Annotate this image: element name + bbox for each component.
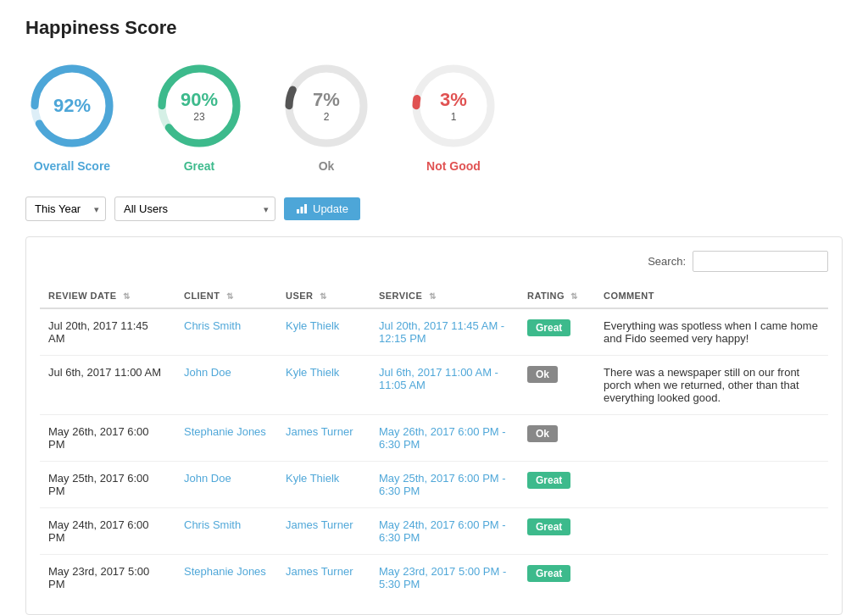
col-header-date[interactable]: REVIEW DATE ⇅ xyxy=(40,284,175,308)
sort-icon: ⇅ xyxy=(123,291,130,301)
rating-badge: Great xyxy=(527,565,570,582)
cell-comment xyxy=(595,508,828,555)
cell-service[interactable]: Jul 20th, 2017 11:45 AM - 12:15 PM xyxy=(370,308,519,356)
score-card-great: 90% 23 Great xyxy=(153,59,246,173)
chart-icon xyxy=(296,203,308,215)
time-filter[interactable]: This Year xyxy=(25,197,106,221)
service-link[interactable]: May 26th, 2017 6:00 PM - 6:30 PM xyxy=(379,425,506,451)
user-link[interactable]: James Turner xyxy=(286,425,353,438)
cell-rating: Great xyxy=(519,555,595,601)
cell-client[interactable]: Chris Smith xyxy=(175,508,277,555)
time-filter-wrap: This Year xyxy=(25,197,106,221)
service-link[interactable]: May 23rd, 2017 5:00 PM - 5:30 PM xyxy=(379,565,506,590)
cell-user[interactable]: Kyle Thielk xyxy=(277,462,370,508)
cell-comment xyxy=(595,462,828,508)
score-card-notgood: 3% 1 Not Good xyxy=(407,59,500,173)
cell-comment: There was a newspaper still on our front… xyxy=(595,356,828,415)
cell-comment xyxy=(595,555,828,601)
donut-pct-great: 90% xyxy=(181,89,218,111)
col-header-rating[interactable]: RATING ⇅ xyxy=(519,284,595,308)
rating-badge: Ok xyxy=(527,366,558,383)
table-row: Jul 6th, 2017 11:00 AM John Doe Kyle Thi… xyxy=(40,356,828,415)
user-filter-wrap: All Users xyxy=(114,197,275,221)
donut-count-great: 23 xyxy=(181,111,218,123)
sort-icon: ⇅ xyxy=(226,291,233,301)
cell-client[interactable]: Stephanie Jones xyxy=(175,415,277,462)
update-button[interactable]: Update xyxy=(284,197,360,220)
cell-date: Jul 6th, 2017 11:00 AM xyxy=(40,356,175,415)
cell-date: May 23rd, 2017 5:00 PM xyxy=(40,555,175,601)
user-link[interactable]: James Turner xyxy=(286,565,353,578)
cell-client[interactable]: John Doe xyxy=(175,462,277,508)
cell-user[interactable]: Kyle Thielk xyxy=(277,308,370,356)
cell-client[interactable]: Stephanie Jones xyxy=(175,555,277,601)
donut-great: 90% 23 xyxy=(153,59,246,152)
cell-rating: Great xyxy=(519,508,595,555)
svg-rect-8 xyxy=(297,209,299,213)
cell-client[interactable]: John Doe xyxy=(175,356,277,415)
cell-user[interactable]: James Turner xyxy=(277,508,370,555)
table-row: May 24th, 2017 6:00 PM Chris Smith James… xyxy=(40,508,828,555)
svg-rect-9 xyxy=(301,207,303,213)
service-link[interactable]: May 24th, 2017 6:00 PM - 6:30 PM xyxy=(379,518,506,544)
user-link[interactable]: Kyle Thielk xyxy=(286,472,339,485)
service-link[interactable]: May 25th, 2017 6:00 PM - 6:30 PM xyxy=(379,472,506,497)
service-link[interactable]: Jul 6th, 2017 11:00 AM - 11:05 AM xyxy=(379,366,498,391)
cell-date: May 26th, 2017 6:00 PM xyxy=(40,415,175,462)
col-header-service[interactable]: SERVICE ⇅ xyxy=(370,284,519,308)
search-label: Search: xyxy=(648,255,686,268)
client-link[interactable]: Chris Smith xyxy=(184,319,241,332)
donut-count-notgood: 1 xyxy=(440,111,467,123)
col-header-client[interactable]: CLIENT ⇅ xyxy=(175,284,277,308)
table-header: REVIEW DATE ⇅CLIENT ⇅USER ⇅SERVICE ⇅RATI… xyxy=(40,284,828,308)
svg-rect-10 xyxy=(304,204,307,213)
sort-icon: ⇅ xyxy=(570,291,577,301)
donut-ok: 7% 2 xyxy=(280,59,373,152)
search-input[interactable] xyxy=(693,251,828,272)
cell-user[interactable]: James Turner xyxy=(277,555,370,601)
cell-user[interactable]: Kyle Thielk xyxy=(277,356,370,415)
cell-date: May 24th, 2017 6:00 PM xyxy=(40,508,175,555)
cell-service[interactable]: May 24th, 2017 6:00 PM - 6:30 PM xyxy=(370,508,519,555)
client-link[interactable]: John Doe xyxy=(184,472,231,485)
score-label-ok: Ok xyxy=(319,159,335,173)
user-link[interactable]: Kyle Thielk xyxy=(286,319,339,332)
donut-center-overall: 92% xyxy=(53,95,91,117)
user-link[interactable]: James Turner xyxy=(286,518,353,531)
table-row: May 26th, 2017 6:00 PM Stephanie Jones J… xyxy=(40,415,828,462)
rating-badge: Great xyxy=(527,319,570,336)
cell-service[interactable]: May 23rd, 2017 5:00 PM - 5:30 PM xyxy=(370,555,519,601)
donut-center-notgood: 3% 1 xyxy=(440,89,467,124)
donut-center-ok: 7% 2 xyxy=(313,89,340,124)
reviews-table-container: Search: REVIEW DATE ⇅CLIENT ⇅USER ⇅SERVI… xyxy=(25,236,843,615)
filter-row: This Year All Users Update xyxy=(25,197,843,221)
rating-badge: Great xyxy=(527,472,570,489)
client-link[interactable]: Chris Smith xyxy=(184,518,241,531)
score-label-overall: Overall Score xyxy=(34,159,110,173)
scores-row: 92% Overall Score 90% 23 Great 7% xyxy=(25,59,843,173)
search-row: Search: xyxy=(40,251,828,272)
donut-count-ok: 2 xyxy=(313,111,340,123)
user-link[interactable]: Kyle Thielk xyxy=(286,366,339,379)
user-filter[interactable]: All Users xyxy=(114,197,275,221)
cell-service[interactable]: Jul 6th, 2017 11:00 AM - 11:05 AM xyxy=(370,356,519,415)
sort-icon: ⇅ xyxy=(320,291,326,301)
client-link[interactable]: John Doe xyxy=(184,366,231,379)
client-link[interactable]: Stephanie Jones xyxy=(184,565,266,578)
service-link[interactable]: Jul 20th, 2017 11:45 AM - 12:15 PM xyxy=(379,319,504,345)
cell-comment: Everything was spotless when I came home… xyxy=(595,308,828,356)
cell-rating: Great xyxy=(519,462,595,508)
client-link[interactable]: Stephanie Jones xyxy=(184,425,266,438)
cell-date: Jul 20th, 2017 11:45 AM xyxy=(40,308,175,356)
cell-client[interactable]: Chris Smith xyxy=(175,308,277,356)
donut-pct-overall: 92% xyxy=(53,95,91,117)
cell-comment xyxy=(595,415,828,462)
reviews-table: REVIEW DATE ⇅CLIENT ⇅USER ⇅SERVICE ⇅RATI… xyxy=(40,284,828,601)
col-header-comment: COMMENT xyxy=(595,284,828,308)
col-header-user[interactable]: USER ⇅ xyxy=(277,284,370,308)
cell-date: May 25th, 2017 6:00 PM xyxy=(40,462,175,508)
cell-user[interactable]: James Turner xyxy=(277,415,370,462)
cell-service[interactable]: May 26th, 2017 6:00 PM - 6:30 PM xyxy=(370,415,519,462)
cell-rating: Ok xyxy=(519,415,595,462)
cell-service[interactable]: May 25th, 2017 6:00 PM - 6:30 PM xyxy=(370,462,519,508)
